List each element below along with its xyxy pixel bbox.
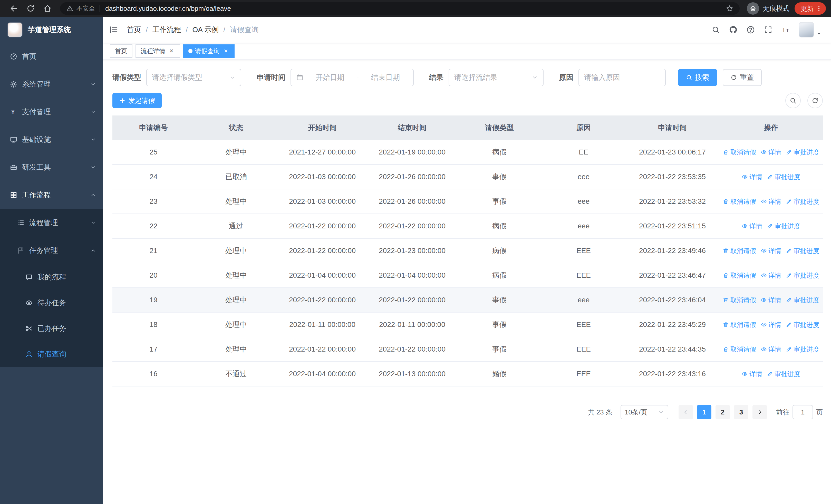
detail-link[interactable]: 详情 bbox=[761, 271, 781, 280]
approval-progress-link[interactable]: 审批进度 bbox=[786, 296, 819, 304]
next-page-button[interactable] bbox=[752, 405, 767, 419]
github-icon[interactable] bbox=[729, 25, 738, 34]
sidebar-item-leave-query[interactable]: 请假查询 bbox=[0, 341, 103, 367]
sidebar-item-infrastructure[interactable]: 基础设施 bbox=[0, 126, 103, 153]
tab-process-detail[interactable]: 流程详情× bbox=[136, 45, 180, 58]
goto-page-input[interactable] bbox=[793, 405, 813, 419]
sidebar-item-home[interactable]: 首页 bbox=[0, 42, 103, 70]
cancel-leave-link[interactable]: 取消请假 bbox=[723, 247, 756, 255]
detail-link[interactable]: 详情 bbox=[761, 345, 781, 354]
approval-progress-link[interactable]: 审批进度 bbox=[767, 222, 800, 231]
sidebar-item-label: 系统管理 bbox=[22, 79, 51, 89]
detail-link[interactable]: 详情 bbox=[761, 148, 781, 156]
link-label: 详情 bbox=[749, 370, 762, 378]
tabs-bar: 首页流程详情×请假查询× bbox=[103, 42, 831, 60]
edit-icon bbox=[786, 272, 792, 278]
page-button-3[interactable]: 3 bbox=[734, 405, 748, 419]
close-icon[interactable]: × bbox=[168, 48, 175, 55]
menu-dots-icon[interactable] bbox=[815, 5, 823, 12]
user-avatar bbox=[799, 22, 814, 37]
prev-page-button[interactable] bbox=[679, 405, 693, 419]
create-leave-button[interactable]: 发起请假 bbox=[112, 93, 162, 108]
cancel-leave-link[interactable]: 取消请假 bbox=[723, 148, 756, 156]
detail-link[interactable]: 详情 bbox=[742, 173, 762, 181]
bookmark-star-icon[interactable] bbox=[726, 5, 734, 12]
approval-progress-link[interactable]: 审批进度 bbox=[767, 173, 800, 181]
message-icon bbox=[25, 273, 33, 281]
approval-progress-link[interactable]: 审批进度 bbox=[786, 247, 819, 255]
detail-link[interactable]: 详情 bbox=[761, 321, 781, 329]
breadcrumb-item[interactable]: OA 示例 bbox=[193, 25, 219, 35]
detail-link[interactable]: 详情 bbox=[761, 296, 781, 304]
sidebar-item-label: 已办任务 bbox=[37, 324, 66, 333]
search-icon[interactable] bbox=[711, 25, 720, 34]
browser-back-icon[interactable] bbox=[9, 4, 18, 13]
detail-link[interactable]: 详情 bbox=[742, 222, 762, 231]
sidebar-item-process-management[interactable]: 流程管理 bbox=[0, 209, 103, 237]
detail-link[interactable]: 详情 bbox=[742, 370, 762, 378]
search-button[interactable]: 搜索 bbox=[678, 69, 717, 86]
help-icon[interactable] bbox=[746, 25, 755, 34]
approval-progress-link[interactable]: 审批进度 bbox=[767, 370, 800, 378]
table-header-row: 申请编号状态开始时间结束时间请假类型原因申请时间操作 bbox=[112, 116, 823, 140]
cell-type: 事假 bbox=[457, 320, 542, 329]
browser-home-icon[interactable] bbox=[43, 4, 52, 13]
font-size-icon[interactable]: TT bbox=[781, 25, 790, 34]
breadcrumb-item[interactable]: 首页 bbox=[127, 25, 141, 35]
sidebar-item-my-process[interactable]: 我的流程 bbox=[0, 264, 103, 290]
reason-input[interactable] bbox=[578, 69, 666, 86]
cancel-leave-link[interactable]: 取消请假 bbox=[723, 197, 756, 206]
sidebar-item-label: 任务管理 bbox=[29, 245, 58, 255]
sidebar-item-system-management[interactable]: 系统管理 bbox=[0, 70, 103, 98]
cell-type: 事假 bbox=[457, 172, 542, 182]
apply-time-range-picker[interactable]: 开始日期 - 结束日期 bbox=[290, 69, 414, 86]
tab-leave-query[interactable]: 请假查询× bbox=[183, 45, 235, 58]
approval-progress-link[interactable]: 审批进度 bbox=[786, 321, 819, 329]
breadcrumb-item[interactable]: 工作流程 bbox=[152, 25, 181, 35]
sidebar-collapse-icon[interactable] bbox=[109, 25, 119, 35]
page-button-1[interactable]: 1 bbox=[697, 405, 711, 419]
browser-reload-icon[interactable] bbox=[26, 4, 35, 13]
app-logo bbox=[7, 22, 23, 37]
cancel-leave-link[interactable]: 取消请假 bbox=[723, 321, 756, 329]
approval-progress-link[interactable]: 审批进度 bbox=[786, 148, 819, 156]
sidebar-item-done-tasks[interactable]: 已办任务 bbox=[0, 316, 103, 341]
approval-progress-link[interactable]: 审批进度 bbox=[786, 271, 819, 280]
cancel-leave-link[interactable]: 取消请假 bbox=[723, 296, 756, 304]
page-size-select[interactable]: 10条/页 bbox=[621, 405, 668, 419]
detail-link[interactable]: 详情 bbox=[761, 247, 781, 255]
trash-icon bbox=[723, 149, 729, 155]
result-select[interactable]: 请选择流结果 bbox=[449, 69, 544, 86]
page-button-2[interactable]: 2 bbox=[716, 405, 730, 419]
reset-button[interactable]: 重置 bbox=[723, 69, 762, 86]
sidebar-item-dev-tools[interactable]: 研发工具 bbox=[0, 153, 103, 181]
close-icon[interactable]: × bbox=[222, 48, 229, 55]
detail-link[interactable]: 详情 bbox=[761, 197, 781, 206]
refresh-table-button[interactable] bbox=[807, 93, 823, 108]
sidebar-item-task-management[interactable]: 任务管理 bbox=[0, 237, 103, 264]
cancel-leave-link[interactable]: 取消请假 bbox=[723, 271, 756, 280]
security-label: 不安全 bbox=[77, 4, 95, 12]
link-label: 取消请假 bbox=[730, 345, 756, 354]
leave-type-select[interactable]: 请选择请假类型 bbox=[146, 69, 241, 86]
approval-progress-link[interactable]: 审批进度 bbox=[786, 345, 819, 354]
table-row: 23处理中2022-01-03 00:00:002022-01-26 00:00… bbox=[112, 189, 823, 214]
cancel-leave-link[interactable]: 取消请假 bbox=[723, 345, 756, 354]
fullscreen-icon[interactable] bbox=[764, 25, 773, 34]
cell-type: 事假 bbox=[457, 345, 542, 354]
user-menu[interactable] bbox=[799, 22, 822, 37]
cell-id: 23 bbox=[112, 197, 195, 206]
toggle-search-button[interactable] bbox=[785, 93, 801, 108]
sidebar-item-todo-tasks[interactable]: 待办任务 bbox=[0, 290, 103, 316]
result-filter: 结果 请选择流结果 bbox=[429, 69, 544, 86]
tab-home[interactable]: 首页 bbox=[110, 45, 133, 58]
browser-update-button[interactable]: 更新 bbox=[795, 2, 826, 14]
cell-end: 2022-01-23 00:00:00 bbox=[367, 247, 457, 255]
browser-address-bar[interactable]: 不安全 dashboard.yudao.iocoder.cn/bpm/oa/le… bbox=[60, 2, 740, 14]
approval-progress-link[interactable]: 审批进度 bbox=[786, 197, 819, 206]
cell-end: 2022-01-04 00:00:00 bbox=[367, 271, 457, 279]
cell-reason: eee bbox=[542, 222, 626, 230]
sidebar-item-payment-management[interactable]: ¥支付管理 bbox=[0, 98, 103, 126]
eye-icon bbox=[761, 272, 767, 278]
sidebar-item-workflow[interactable]: 工作流程 bbox=[0, 181, 103, 209]
